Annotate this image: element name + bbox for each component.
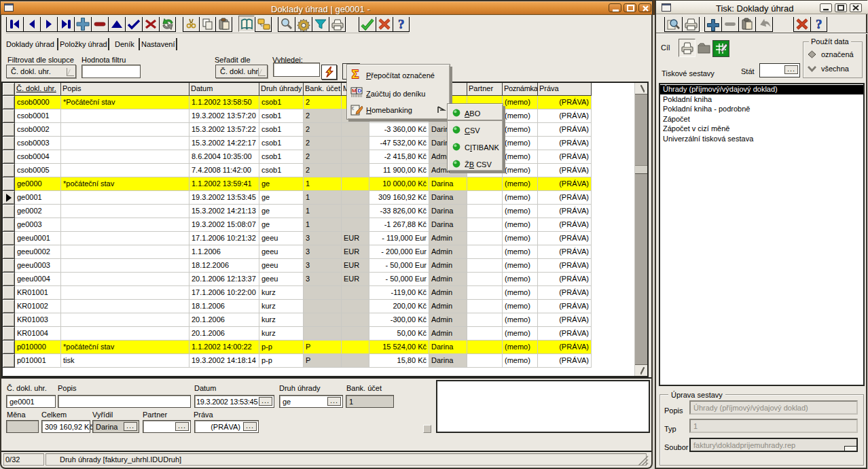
svg-text:€: €: [352, 106, 355, 111]
svg-text:?: ?: [398, 17, 405, 31]
svg-text:?: ?: [816, 17, 822, 31]
svg-text:D: D: [358, 88, 362, 94]
svg-text:Σ: Σ: [352, 68, 359, 80]
svg-text:M: M: [352, 88, 357, 94]
